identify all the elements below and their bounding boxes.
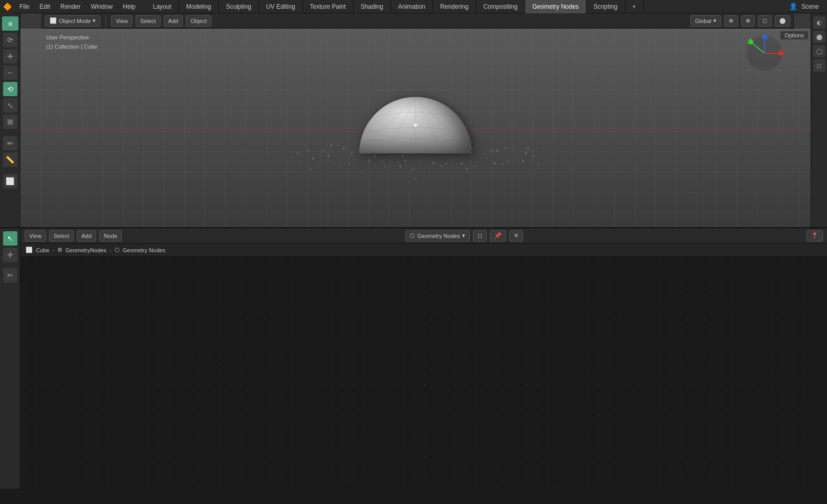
tool-move[interactable]: ↔ (3, 65, 17, 80)
menu-help[interactable]: Help (118, 0, 141, 13)
svg-point-2 (305, 145, 306, 146)
svg-point-23 (517, 156, 518, 157)
viewport-right-toolbar: ◐ ⬤ ◯ ◻ (811, 13, 827, 227)
render-preview-btn[interactable]: ◐ (813, 16, 825, 29)
viewport-canvas[interactable]: ⬜ Object Mode ▾ View Select Add Object G… (20, 13, 811, 227)
main-area: ⊞ ⟳ ✛ ↔ ⟲ ⤡ ⊞ ✏ 📏 ⬜ ⬜ Object Mode ▾ (0, 13, 827, 489)
svg-point-44 (484, 153, 485, 154)
ne-node-btn[interactable]: Node (99, 230, 122, 242)
gizmo-btn[interactable]: ⊕ (741, 15, 755, 27)
ne-select-btn[interactable]: Select (49, 230, 74, 242)
svg-point-14 (425, 158, 426, 159)
tab-rendering[interactable]: Rendering (433, 0, 476, 13)
perspective-label: User Perspective (46, 33, 97, 42)
svg-point-68 (482, 158, 483, 159)
overlay-btn[interactable]: ⊕ (724, 15, 738, 27)
tool-cube[interactable]: ⬜ (3, 174, 17, 188)
svg-line-76 (387, 97, 416, 154)
tool-measure[interactable]: 📏 (3, 152, 17, 167)
breadcrumb-nodetree[interactable]: Geometry Nodes (123, 247, 165, 253)
svg-point-1 (297, 152, 299, 154)
tool-transform[interactable]: ⊞ (3, 115, 17, 129)
tab-layout[interactable]: Layout (146, 0, 179, 13)
tab-modeling[interactable]: Modeling (179, 0, 219, 13)
tab-compositing[interactable]: Compositing (476, 0, 525, 13)
select-btn[interactable]: Select (136, 15, 161, 27)
svg-point-60 (399, 165, 401, 167)
node-breadcrumb: ⬜ Cube › ⚙ GeometryNodes › ⬡ Geometry No… (20, 244, 827, 257)
svg-point-48 (525, 152, 527, 155)
tab-animation[interactable]: Animation (391, 0, 433, 13)
svg-point-74 (543, 148, 544, 149)
new-nodetree-btn[interactable]: ◻ (473, 230, 487, 242)
user-icon[interactable]: 👤 (789, 3, 797, 10)
menu-render[interactable]: Render (55, 0, 85, 13)
object-mode-icon: ⬜ (50, 17, 57, 24)
tab-geometry-nodes[interactable]: Geometry Nodes (525, 0, 586, 13)
svg-point-66 (461, 163, 463, 165)
global-btn[interactable]: Global ▾ (690, 15, 721, 27)
scene-label: Scene (797, 3, 823, 10)
svg-point-16 (446, 163, 447, 164)
add-btn[interactable]: Add (164, 15, 183, 27)
svg-point-62 (420, 161, 421, 162)
svg-point-59 (389, 156, 390, 157)
breadcrumb-modifier[interactable]: GeometryNodes (66, 247, 106, 253)
wireframe-btn[interactable]: ◻ (813, 59, 825, 72)
options-button[interactable]: Options (780, 31, 809, 40)
pin-btn[interactable]: 📌 (490, 230, 506, 242)
menu-file[interactable]: File (14, 0, 34, 13)
solid-view-btn[interactable]: ◯ (813, 45, 825, 57)
svg-point-54 (338, 145, 339, 146)
tab-shading[interactable]: Shading (354, 0, 391, 13)
node-canvas[interactable]: Linear Light Result Color Linear Light (20, 257, 827, 489)
view-menu-btn[interactable]: ⟳ (3, 33, 17, 47)
svg-point-51 (308, 150, 309, 151)
viewport-header: ⬜ Object Mode ▾ View Select Add Object G… (41, 13, 794, 29)
object-btn[interactable]: Object (186, 15, 211, 27)
tool-scale[interactable]: ⤡ (3, 98, 17, 113)
tool-annotate[interactable]: ✏ (3, 136, 17, 150)
tool-rotate[interactable]: ⟲ (3, 82, 17, 96)
viewport-shade-wire[interactable]: ◻ (758, 15, 772, 27)
top-menu-bar: 🔶 File Edit Render Window Help Layout Mo… (0, 0, 827, 13)
svg-point-31 (351, 152, 353, 154)
ne-add-btn[interactable]: Add (77, 230, 96, 242)
top-right-area: 👤 Scene (789, 3, 827, 10)
ne-view-btn[interactable]: View (25, 230, 46, 242)
material-preview-btn[interactable]: ⬤ (813, 31, 825, 43)
object-mode-btn[interactable]: ⬜ Object Mode ▾ (45, 15, 100, 27)
svg-point-22 (507, 160, 509, 162)
editor-type-btn[interactable]: ⬡ Geometry Nodes ▾ (405, 230, 469, 242)
menu-items: File Edit Render Window Help (14, 0, 141, 13)
tool-cursor[interactable]: ✛ (3, 49, 17, 63)
node-select-tool[interactable]: ↖ (3, 231, 17, 246)
svg-point-52 (318, 163, 319, 164)
svg-point-9 (374, 155, 376, 157)
tab-texture-paint[interactable]: Texture Paint (303, 0, 354, 13)
svg-point-57 (368, 160, 371, 162)
mode-selector[interactable]: ⊞ (2, 16, 18, 31)
close-nodetree-btn[interactable]: ✕ (509, 230, 523, 242)
svg-point-70 (502, 163, 504, 164)
view-btn[interactable]: View (111, 15, 133, 27)
breadcrumb-cube[interactable]: Cube (36, 247, 49, 253)
svg-point-18 (466, 168, 468, 170)
svg-point-47 (515, 158, 516, 159)
viewport-shade-solid[interactable]: ⬤ (775, 15, 790, 27)
menu-edit[interactable]: Edit (34, 0, 55, 13)
svg-text:X: X (780, 47, 783, 52)
node-move-tool[interactable]: ✛ (3, 248, 17, 262)
menu-window[interactable]: Window (85, 0, 118, 13)
tab-uv-editing[interactable]: UV Editing (259, 0, 303, 13)
snap-btn[interactable]: 📍 (807, 230, 823, 242)
tab-add[interactable]: + (625, 0, 644, 13)
tab-scripting[interactable]: Scripting (586, 0, 625, 13)
tab-sculpting[interactable]: Sculpting (219, 0, 259, 13)
node-left-toolbar: ↖ ✛ ✂ (0, 228, 20, 489)
svg-point-21 (496, 150, 498, 152)
svg-point-43 (474, 165, 475, 167)
node-cut-tool[interactable]: ✂ (3, 268, 17, 282)
viewport-gizmo[interactable]: X Y Z (744, 33, 785, 74)
svg-point-24 (527, 147, 529, 149)
